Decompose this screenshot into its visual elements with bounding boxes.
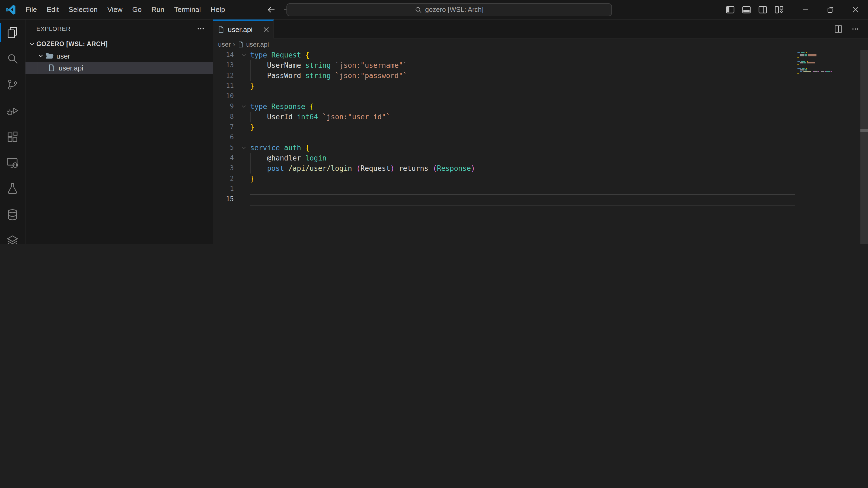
title-bar: FileEditSelectionViewGoRunTerminalHelp g… <box>0 0 868 20</box>
menu-help[interactable]: Help <box>206 0 230 19</box>
toggle-panel-icon[interactable] <box>742 6 751 13</box>
fold-chevron-icon[interactable] <box>237 101 250 112</box>
extensions-icon[interactable] <box>0 124 25 150</box>
workspace-root-row[interactable]: GOZERO [WSL: ARCH] <box>26 38 213 50</box>
line-number: 9 <box>213 101 237 112</box>
explorer-more-actions-icon[interactable] <box>196 24 205 33</box>
line-number: 10 <box>213 91 237 101</box>
menu-go[interactable]: Go <box>127 0 147 19</box>
code-line: 14type Request { <box>213 50 798 60</box>
tab-user-api[interactable]: user.api <box>213 20 274 38</box>
menu-selection[interactable]: Selection <box>64 0 102 19</box>
line-number: 5 <box>213 142 237 153</box>
code-line: 4 @handler login <box>213 153 798 163</box>
file-label: user.api <box>59 64 83 72</box>
command-center-search[interactable]: gozero [WSL: Arch] <box>286 3 612 16</box>
code-line: 2} <box>213 173 798 184</box>
close-tab-icon[interactable] <box>263 27 269 33</box>
vscode-logo-icon <box>5 4 16 15</box>
chevron-down-icon <box>36 52 45 60</box>
editor-region: user.api user › <box>213 20 868 244</box>
code-line: 5service auth { <box>213 142 798 153</box>
workspace-label: GOZERO [WSL: ARCH] <box>36 41 108 47</box>
editor-scrollbar[interactable] <box>860 50 868 244</box>
breadcrumb: user › user.api <box>213 38 868 50</box>
code-line: 3 post /api/user/login (Request) returns… <box>213 163 798 173</box>
line-number: 13 <box>213 60 237 70</box>
code-line: 12 PassWord string `json:"password"` <box>213 70 798 81</box>
code-line: 13 UserName string `json:"username"` <box>213 60 798 70</box>
tab-label: user.api <box>228 26 260 34</box>
code-text: type Request { <box>250 50 310 60</box>
restore-button[interactable] <box>818 0 843 19</box>
chevron-down-icon <box>28 40 36 48</box>
code-text: UserName string `json:"username"` <box>250 60 407 70</box>
breadcrumb-folder[interactable]: user <box>218 40 231 48</box>
search-icon <box>415 6 422 13</box>
code-text: @handler login <box>250 153 327 163</box>
file-icon <box>218 26 225 33</box>
menu-file[interactable]: File <box>21 0 42 19</box>
code-line: 11} <box>213 81 798 91</box>
code-line: 8 UserId int64 `json:"user_id"` <box>213 112 798 122</box>
line-number: 7 <box>213 122 237 132</box>
split-editor-icon[interactable] <box>834 25 842 33</box>
line-number: 14 <box>213 50 237 60</box>
line-number: 6 <box>213 132 237 142</box>
toggle-secondary-sidebar-icon[interactable] <box>758 6 767 13</box>
scrollbar-marker <box>860 129 868 132</box>
sidebar-item-user-folder[interactable]: user <box>26 50 213 62</box>
search-view-icon[interactable] <box>0 45 25 72</box>
menu-terminal[interactable]: Terminal <box>169 0 206 19</box>
menu-run[interactable]: Run <box>147 0 169 19</box>
toggle-primary-sidebar-icon[interactable] <box>726 6 735 13</box>
line-number: 4 <box>213 153 237 163</box>
code-line: 6 <box>213 132 798 142</box>
vscode-window: FileEditSelectionViewGoRunTerminalHelp g… <box>0 0 868 244</box>
customize-layout-icon[interactable] <box>775 6 783 13</box>
database-icon[interactable] <box>0 202 25 228</box>
fold-chevron-icon[interactable] <box>237 142 250 153</box>
code-text: PassWord string `json:"password"` <box>250 70 407 81</box>
code-text: } <box>250 122 254 132</box>
run-and-debug-icon[interactable] <box>0 98 25 124</box>
line-number: 15 <box>213 194 237 204</box>
back-arrow-icon[interactable] <box>267 5 276 14</box>
code-text: type Response { <box>250 101 314 112</box>
menu-view[interactable]: View <box>102 0 127 19</box>
code-text: post /api/user/login (Request) returns (… <box>250 163 475 173</box>
breadcrumb-separator: › <box>233 40 236 48</box>
source-control-icon[interactable] <box>0 72 25 98</box>
sidebar-title: EXPLORER <box>36 26 70 32</box>
remote-explorer-icon[interactable] <box>0 150 25 176</box>
minimize-button[interactable] <box>793 0 818 19</box>
line-number: 1 <box>213 184 237 194</box>
breadcrumb-file[interactable]: user.api <box>237 40 269 48</box>
editor-more-actions-icon[interactable] <box>851 25 859 33</box>
sidebar-item-user-api-file[interactable]: user.api <box>26 62 213 74</box>
fold-chevron-icon[interactable] <box>237 50 250 60</box>
activity-bar <box>0 20 26 244</box>
testing-icon[interactable] <box>0 176 25 202</box>
code-line: 15 <box>213 194 798 204</box>
minimap[interactable] <box>798 52 860 78</box>
explorer-icon[interactable] <box>0 20 25 45</box>
code-text: } <box>250 81 254 91</box>
file-icon <box>47 63 56 72</box>
layers-icon[interactable] <box>0 228 25 244</box>
line-number: 3 <box>213 163 237 173</box>
folder-label: user <box>56 52 70 60</box>
line-number: 2 <box>213 173 237 184</box>
code-line: 1 <box>213 184 798 194</box>
file-icon <box>237 41 244 47</box>
line-number: 11 <box>213 81 237 91</box>
code-text: UserId int64 `json:"user_id"` <box>250 112 390 122</box>
code-editor[interactable]: 14type Request {13 UserName string `json… <box>213 50 868 244</box>
close-window-button[interactable] <box>843 0 868 19</box>
menu-bar: FileEditSelectionViewGoRunTerminalHelp <box>21 0 230 19</box>
menu-edit[interactable]: Edit <box>42 0 64 19</box>
command-center-text: gozero [WSL: Arch] <box>425 6 484 13</box>
tab-bar: user.api <box>213 20 868 38</box>
code-text: } <box>250 173 254 184</box>
code-lines: 14type Request {13 UserName string `json… <box>213 50 798 204</box>
